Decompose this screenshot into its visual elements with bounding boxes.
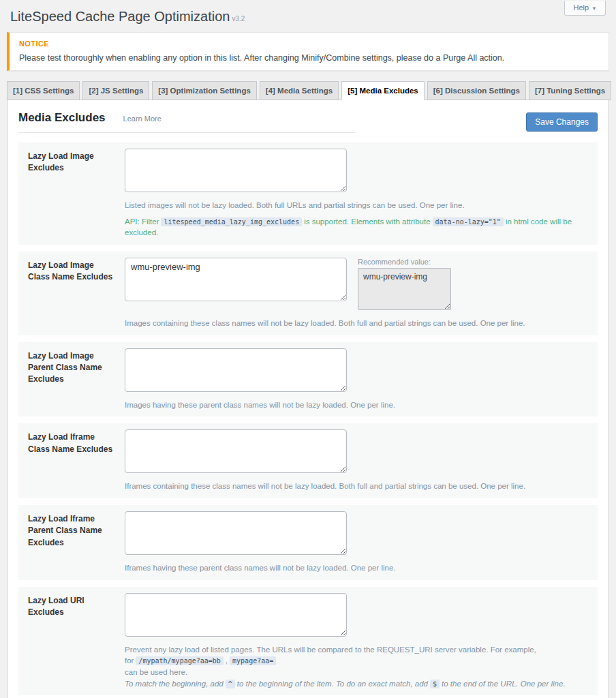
setting-description: Iframes having these parent class names … (125, 562, 588, 574)
setting-description: Images containing these class names will… (125, 318, 588, 329)
setting-label: Lazy Load Image Class Name Excludes (28, 258, 125, 329)
help-button[interactable]: Help▼ (564, 1, 606, 16)
lazy-load-image-class-name-excludes-textarea[interactable] (125, 258, 347, 301)
tab-optimization-settings[interactable]: [3] Optimization Settings (152, 81, 256, 100)
hint-text: to the end of the URL. One per line. (442, 680, 566, 688)
section-lazy-load-iframe-class-name-excludes: Lazy Load Iframe Class Name Excludes Ifr… (18, 423, 598, 498)
hint-text: To match the beginning, add (125, 680, 224, 688)
page-title: LiteSpeed Cache Page Optimization (10, 9, 230, 24)
notice-label: NOTICE (19, 40, 599, 48)
example-url-code: mypage?aa= (230, 656, 276, 665)
api-note-text: API: Filter (125, 217, 159, 226)
panel-heading: Media Excludes (18, 111, 106, 125)
lazy-load-iframe-class-name-excludes-textarea[interactable] (125, 429, 347, 473)
setting-label: Lazy Load Image Excludes (28, 149, 125, 239)
hint-text: to the beginning of the item. To do an e… (237, 680, 428, 688)
setting-label: Lazy Load URI Excludes (28, 593, 125, 690)
notice-banner: NOTICE Please test thoroughly when enabl… (7, 32, 609, 71)
description-text: , (226, 656, 228, 665)
section-lazy-load-image-parent-class-name-excludes: Lazy Load Image Parent Class Name Exclud… (18, 342, 598, 417)
setting-description: Prevent any lazy load of listed pages. T… (125, 644, 588, 667)
plugin-version: v3.2 (232, 15, 245, 22)
tab-media-settings[interactable]: [4] Media Settings (260, 81, 339, 100)
recommended-value-label: Recommended value: (358, 258, 460, 266)
recommended-value-textarea[interactable] (358, 268, 451, 310)
setting-label: Lazy Load Iframe Parent Class Name Exclu… (28, 511, 125, 574)
chevron-down-icon: ▼ (591, 5, 597, 12)
lazy-load-uri-excludes-textarea[interactable] (125, 593, 347, 637)
tab-discussion-settings[interactable]: [6] Discussion Settings (427, 81, 526, 100)
match-hint: To match the beginning, add^to the begin… (125, 678, 588, 690)
media-excludes-panel: Media Excludes Learn More Save Changes L… (7, 100, 609, 698)
recommended-value-column: Recommended value: (358, 258, 460, 313)
section-lazy-load-uri-excludes: Lazy Load URI Excludes Prevent any lazy … (18, 587, 598, 696)
notice-message: Please test thoroughly when enabling any… (19, 53, 599, 63)
save-changes-button-top[interactable]: Save Changes (526, 112, 598, 132)
lazy-load-image-parent-class-name-excludes-textarea[interactable] (125, 348, 347, 392)
setting-api-note: API: Filterlitespeed_media_lazy_img_excl… (125, 216, 588, 239)
help-button-label: Help (573, 3, 589, 12)
setting-description: Iframes containing these class names wil… (125, 481, 588, 492)
setting-label: Lazy Load Iframe Class Name Excludes (28, 429, 125, 492)
setting-description: Listed images will not be lazy loaded. B… (125, 200, 588, 211)
tab-tuning-settings[interactable]: [7] Tuning Settings (529, 81, 611, 100)
example-url-code: /mypath/mypage?aa=bb (136, 656, 223, 665)
setting-description: Images having these parent class names w… (125, 399, 588, 411)
attribute-code: data-no-lazy="1" (433, 217, 504, 226)
caret-code: ^ (226, 680, 235, 688)
learn-more-link[interactable]: Learn More (123, 115, 161, 123)
lazy-load-iframe-parent-class-name-excludes-textarea[interactable] (125, 511, 347, 555)
tab-css-settings[interactable]: [1] CSS Settings (7, 81, 80, 100)
section-lazy-load-image-class-name-excludes: Lazy Load Image Class Name Excludes Reco… (18, 252, 598, 335)
setting-description-continued: can be used here. (125, 667, 588, 678)
dollar-code: $ (430, 680, 440, 688)
panel-head: Media Excludes Learn More Save Changes (18, 111, 598, 133)
tab-js-settings[interactable]: [2] JS Settings (82, 81, 149, 100)
section-lazy-load-iframe-parent-class-name-excludes: Lazy Load Iframe Parent Class Name Exclu… (18, 505, 598, 580)
filter-code: litespeed_media_lazy_img_excludes (161, 217, 302, 226)
section-lazy-load-image-excludes: Lazy Load Image Excludes Listed images w… (18, 142, 598, 245)
page-header: LiteSpeed Cache Page Optimizationv3.2 (0, 0, 616, 32)
setting-label: Lazy Load Image Parent Class Name Exclud… (28, 348, 125, 411)
settings-tab-bar: [1] CSS Settings [2] JS Settings [3] Opt… (7, 81, 609, 100)
api-note-text: is supported. Elements with attribute (304, 217, 430, 226)
tab-media-excludes[interactable]: [5] Media Excludes (341, 81, 425, 100)
lazy-load-image-excludes-textarea[interactable] (125, 149, 347, 192)
